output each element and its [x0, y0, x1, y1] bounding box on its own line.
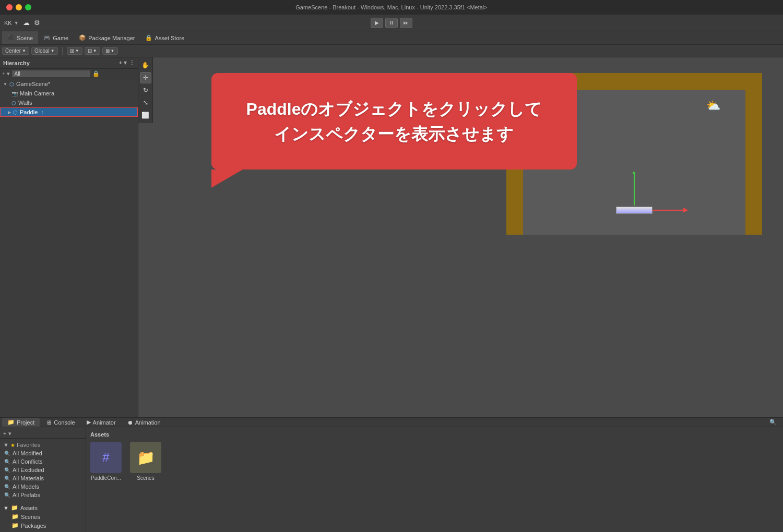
- asset-label-scenes: Scenes: [137, 475, 154, 481]
- paddle-icon: ⬡: [13, 110, 18, 115]
- window-title: GameScene - Breakout - Windows, Mac, Lin…: [295, 4, 487, 10]
- gamescene-label: GameScene*: [16, 81, 50, 87]
- grid-btn1[interactable]: ⊞ ▼: [67, 47, 82, 55]
- tab-project[interactable]: 📁 Project: [2, 418, 40, 427]
- package-tab-label: Package Manager: [88, 35, 135, 41]
- folder-icon: 📁: [11, 504, 18, 511]
- project-search-icon[interactable]: 🔍: [769, 419, 777, 426]
- scale-tool[interactable]: ⤡: [140, 97, 151, 108]
- callout-arrow: [211, 170, 243, 188]
- tab-console[interactable]: 🖥 Console: [41, 418, 80, 427]
- tab-scene[interactable]: ⬛ Scene: [2, 31, 38, 44]
- hierarchy-item-gamescene[interactable]: ▼ ⬡ GameScene*: [0, 79, 138, 89]
- top-toolbar: KK ▼ ☁ ⚙ ▶ ⏸ ⏭: [0, 15, 783, 31]
- account-label: KK: [4, 20, 12, 26]
- hierarchy-item-walls[interactable]: ⬡ Walls: [0, 98, 138, 107]
- grid-btn3[interactable]: ⊠ ▼: [102, 47, 118, 55]
- assets-area-title: Assets: [90, 431, 779, 438]
- step-button[interactable]: ⏭: [400, 18, 412, 28]
- paddle-object: [616, 207, 652, 214]
- paddle-expand: ▶: [8, 110, 11, 115]
- global-btn[interactable]: Global ▼: [31, 47, 58, 55]
- scene-view[interactable]: ✋ ✛ ↻ ⤡ ⬜ ⛅ Paddleのオブジェクトをクリックして インスペクター…: [138, 57, 783, 417]
- project-item-all-models[interactable]: 🔍 All Models: [0, 482, 86, 491]
- center-btn[interactable]: Center ▼: [2, 47, 29, 55]
- callout-box: Paddleのオブジェクトをクリックして インスペクターを表示させます: [211, 73, 577, 170]
- hierarchy-title: Hierarchy: [3, 60, 30, 66]
- pause-button[interactable]: ⏸: [385, 18, 398, 28]
- cursor-indicator: ↑: [41, 109, 44, 115]
- minimize-button[interactable]: [16, 4, 22, 10]
- asset-store-tab-icon: 🔒: [145, 34, 152, 41]
- hierarchy-item-main-camera[interactable]: 📷 Main Camera: [0, 89, 138, 98]
- close-button[interactable]: [6, 4, 13, 10]
- packages-folder-icon: 📁: [11, 522, 19, 529]
- tab-asset-store[interactable]: 🔒 Asset Store: [140, 31, 189, 44]
- project-tab-icon: 📁: [7, 419, 15, 426]
- favorites-header: ▼ ★ Favorites: [0, 441, 86, 449]
- animation-tab-icon: ⏺: [127, 419, 133, 426]
- tab-game[interactable]: 🎮 Game: [38, 31, 74, 44]
- packages-folder[interactable]: 📁 Packages: [0, 521, 86, 530]
- project-item-all-modified[interactable]: 🔍 All Modified: [0, 449, 86, 457]
- rect-tool[interactable]: ⬜: [140, 110, 151, 121]
- project-item-all-materials[interactable]: 🔍 All Materials: [0, 474, 86, 482]
- project-item-all-prefabs[interactable]: 🔍 All Prefabs: [0, 491, 86, 499]
- project-item-all-excluded[interactable]: 🔍 All Excluded: [0, 466, 86, 474]
- hierarchy-lock-icon[interactable]: 🔒: [92, 70, 100, 77]
- hierarchy-panel: Hierarchy + ▾ ⋮ + ▾ 🔒 ▼ ⬡ GameScene* 📷 M…: [0, 57, 138, 417]
- add-asset-label: ▾: [8, 430, 11, 437]
- scene-toolbar: Center ▼ Global ▼ ⊞ ▼ ⊟ ▼ ⊠ ▼: [0, 45, 783, 57]
- gear-icon[interactable]: ⚙: [34, 19, 40, 27]
- tab-animator[interactable]: ▶ Animator: [81, 418, 121, 427]
- script-icon: #: [90, 442, 122, 473]
- asset-paddlecontroller[interactable]: # PaddleCon...: [90, 442, 122, 481]
- main-layout: Hierarchy + ▾ ⋮ + ▾ 🔒 ▼ ⬡ GameScene* 📷 M…: [0, 57, 783, 417]
- folder-asset-icon: 📁: [130, 442, 161, 473]
- account-selector[interactable]: KK ▼: [4, 20, 19, 26]
- animation-tab-label: Animation: [135, 419, 161, 426]
- tab-animation[interactable]: ⏺ Animation: [122, 418, 166, 427]
- bottom-tabs: 📁 Project 🖥 Console ▶ Animator ⏺ Animati…: [0, 418, 783, 427]
- cloud-icon[interactable]: ☁: [23, 19, 30, 27]
- scene-icon: ⬡: [9, 81, 14, 87]
- game-tab-icon: 🎮: [43, 34, 51, 41]
- callout-text: Paddleのオブジェクトをクリックして インスペクターを表示させます: [246, 96, 542, 147]
- camera-icon: 📷: [11, 91, 18, 96]
- animator-tab-icon: ▶: [87, 419, 91, 426]
- star-icon: ★: [10, 442, 15, 448]
- hierarchy-search-add[interactable]: + ▾: [2, 70, 10, 77]
- hierarchy-item-paddle[interactable]: ▶ ⬡ Paddle ↑: [0, 107, 138, 117]
- grid-btn2[interactable]: ⊟ ▼: [85, 47, 100, 55]
- maximize-button[interactable]: [25, 4, 31, 10]
- asset-scenes-folder[interactable]: 📁 Scenes: [130, 442, 161, 481]
- animator-tab-label: Animator: [93, 419, 116, 426]
- project-item-all-conflicts[interactable]: 🔍 All Conflicts: [0, 457, 86, 466]
- walls-icon: ⬡: [11, 100, 16, 106]
- tab-package-manager[interactable]: 📦 Package Manager: [74, 31, 140, 44]
- titlebar: GameScene - Breakout - Windows, Mac, Lin…: [0, 0, 783, 15]
- paddle-label: Paddle: [20, 109, 38, 115]
- assets-main-area: Assets # PaddleCon... 📁 Scenes: [86, 427, 783, 532]
- console-tab-label: Console: [54, 419, 75, 426]
- play-button[interactable]: ▶: [371, 18, 383, 28]
- assets-folder[interactable]: ▼ 📁 Assets: [0, 503, 86, 512]
- hierarchy-menu-btn[interactable]: ⋮: [129, 59, 135, 66]
- rotate-tool[interactable]: ↻: [140, 84, 151, 96]
- scenes-folder[interactable]: 📁 Scenes: [0, 512, 86, 521]
- play-controls: ▶ ⏸ ⏭: [371, 18, 412, 28]
- hierarchy-add-btn[interactable]: + ▾: [119, 59, 127, 66]
- hierarchy-header: Hierarchy + ▾ ⋮: [0, 57, 138, 69]
- move-tool[interactable]: ✛: [140, 72, 151, 83]
- scene-tools-panel: ✋ ✛ ↻ ⤡ ⬜: [138, 57, 153, 123]
- asset-label-paddle: PaddleCon...: [91, 475, 121, 481]
- main-camera-label: Main Camera: [20, 90, 54, 96]
- package-tab-icon: 📦: [79, 34, 86, 41]
- bottom-panel: 📁 Project 🖥 Console ▶ Animator ⏺ Animati…: [0, 417, 783, 532]
- add-asset-btn[interactable]: +: [3, 430, 6, 437]
- hierarchy-search-input[interactable]: [12, 70, 90, 77]
- console-tab-icon: 🖥: [46, 419, 52, 426]
- hand-tool[interactable]: ✋: [140, 59, 151, 71]
- bottom-content: + ▾ ▼ ★ Favorites 🔍 All Modified 🔍 All C…: [0, 427, 783, 532]
- hierarchy-search-bar: + ▾ 🔒: [0, 69, 138, 79]
